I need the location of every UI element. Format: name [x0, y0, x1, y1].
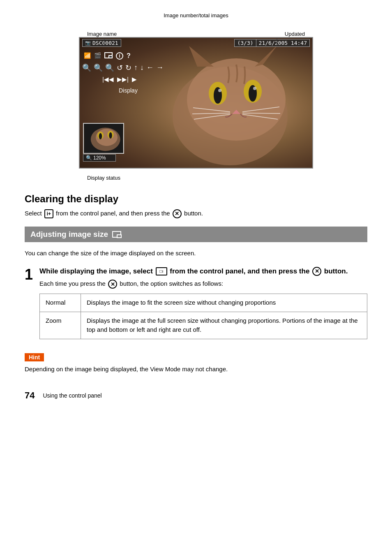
step1-body-x-icon: ✕ [108, 280, 117, 289]
controls-row-3: |◀◀ ▶▶| ▶ [102, 76, 137, 83]
step1-title-end: button. [322, 267, 348, 275]
zoom-indicator: 🔍 120% [83, 154, 116, 162]
svg-point-23 [109, 132, 112, 139]
step1-icon: □ᵢ [156, 267, 167, 275]
options-table: Normal Displays the image to fit the scr… [39, 294, 367, 339]
filename-box: 📷 DSC00021 [82, 39, 121, 47]
top-annotations: Image name Image number/total images Upd… [79, 12, 313, 37]
bottom-annotations: Display status [79, 169, 313, 181]
svg-point-21 [99, 133, 102, 139]
ctrl-cam-icon: 🎬 [94, 52, 101, 60]
page-number: 74 [25, 390, 35, 401]
table-row: Normal Displays the image to fit the scr… [40, 294, 367, 312]
ctrl-rect-icon [104, 52, 113, 58]
hint-box: Hint Depending on the image being displa… [25, 353, 367, 374]
info-plus-icon: i+ [44, 209, 53, 218]
camera-small-icon: 📷 [85, 40, 91, 46]
controls-row-1: 📶 🎬 i ? [84, 52, 131, 60]
ctrl-rotate-right-icon: ↻ [125, 63, 131, 72]
date-frame-box: (3/3) 21/6/2005 14:47 [234, 39, 310, 47]
cat-illustration [164, 42, 296, 165]
desc-zoom: Displays the image at the full screen si… [81, 312, 367, 339]
clearing-text-before: Select [25, 210, 44, 217]
step1-title: While displaying the image, select □ᵢ fr… [39, 266, 367, 276]
clearing-section: Clearing the display Select i+ from the … [25, 193, 367, 218]
ctrl-rotate-left-icon: ↺ [117, 63, 123, 72]
camera-section: Image name Image number/total images Upd… [25, 12, 367, 181]
option-zoom: Zoom [40, 312, 81, 339]
ctrl-info-icon: i [116, 52, 123, 60]
clearing-text-after: button. [182, 210, 203, 217]
ctrl-wifi-icon: 📶 [84, 52, 91, 60]
step1-body-before: Each time you press the [39, 280, 107, 287]
camera-display: 📷 DSC00021 (3/3) 21/6/2005 14:47 📶 🎬 i ?… [79, 37, 313, 169]
svg-line-15 [242, 113, 280, 113]
step1-container: 1 While displaying the image, select □ᵢ … [25, 266, 367, 347]
frame-counter: (3/3) [234, 39, 256, 47]
filename-text: DSC00021 [92, 40, 118, 46]
adjusting-intro: You can change the size of the image dis… [25, 249, 367, 258]
ctrl-zoom-out-icon: 🔍 [82, 63, 91, 72]
adjusting-section: Adjusting image size You can change the … [25, 227, 367, 374]
svg-point-9 [253, 87, 256, 90]
image-name-label: Image name [87, 31, 117, 37]
display-status-label: Display status [87, 175, 120, 181]
footer-text: Using the control panel [43, 392, 101, 399]
adjusting-title: Adjusting image size [30, 230, 108, 239]
zoom-value: 120% [93, 155, 106, 161]
image-number-label: Image number/total images [164, 12, 228, 19]
controls-row-2: 🔍 🔍 🔍 ↺ ↻ ↑ ↓ ← → [82, 63, 164, 72]
step1-title-after: from the control panel, and then press t… [168, 267, 312, 275]
step1-body-after: button, the option switches as follows: [118, 280, 223, 287]
page-footer: 74 Using the control panel [25, 386, 367, 401]
step1-title-before: While displaying the image, select [39, 267, 155, 275]
step1-body: Each time you press the ✕ button, the op… [39, 279, 367, 289]
thumbnail-area: 🔍 120% [83, 123, 128, 162]
display-label-overlay: Display [119, 87, 138, 94]
zoom-icon: 🔍 [86, 155, 92, 161]
clearing-body: Select i+ from the control panel, and th… [25, 209, 367, 218]
ctrl-next-icon: ▶▶| [117, 76, 129, 83]
option-normal: Normal [40, 294, 81, 312]
ctrl-zoom-in-icon: 🔍 [105, 63, 114, 72]
thumbnail-image [83, 123, 124, 154]
hint-label: Hint [25, 353, 44, 361]
x-button-icon: ✕ [173, 209, 182, 218]
svg-point-6 [218, 89, 221, 92]
adjust-icons [112, 231, 121, 238]
adjusting-header: Adjusting image size [25, 227, 367, 242]
svg-marker-2 [189, 46, 214, 67]
clearing-text-between: from the control panel, and then press t… [54, 210, 172, 217]
step1-x-button: ✕ [312, 267, 321, 276]
updated-label: Updated [285, 31, 305, 37]
camera-wrapper: Image name Image number/total images Upd… [79, 12, 313, 181]
date-time: 21/6/2005 14:47 [256, 39, 310, 47]
ctrl-zoom-icon2: 🔍 [94, 63, 103, 72]
ctrl-left-icon: ← [146, 63, 154, 72]
ctrl-down-icon: ↓ [140, 63, 144, 72]
ctrl-right-icon: → [156, 63, 164, 72]
hint-text: Depending on the image being displayed, … [25, 365, 367, 374]
ctrl-play-icon: ▶ [132, 76, 137, 83]
step1-number: 1 [25, 266, 33, 282]
table-row: Zoom Displays the image at the full scre… [40, 312, 367, 339]
ctrl-question-icon: ? [127, 52, 131, 60]
ctrl-prev-icon: |◀◀ [102, 76, 114, 83]
ctrl-up-icon: ↑ [134, 63, 138, 72]
camera-top-bar: 📷 DSC00021 (3/3) 21/6/2005 14:47 [80, 38, 312, 48]
step1-content: While displaying the image, select □ᵢ fr… [39, 266, 367, 347]
svg-point-1 [187, 58, 286, 141]
clearing-title: Clearing the display [25, 193, 367, 205]
desc-normal: Displays the image to fit the screen siz… [81, 294, 367, 312]
